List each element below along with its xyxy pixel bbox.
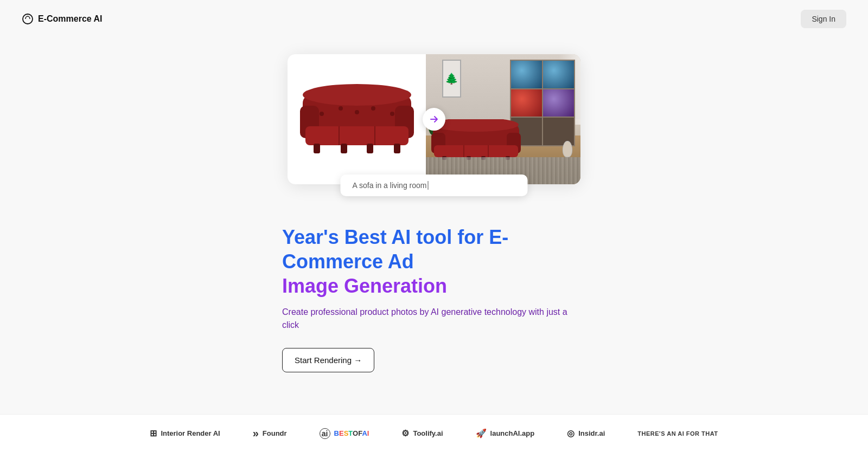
svg-rect-5 (305, 126, 409, 145)
hero-text-block: Year's Best AI tool for E-Commerce Ad Im… (282, 225, 586, 372)
page-wrapper: E-Commerce AI Sign In (0, 0, 868, 452)
launchai-label: launchAI.app (490, 429, 535, 437)
svg-point-8 (320, 112, 324, 116)
svg-rect-13 (314, 144, 320, 153)
sofa-plain-svg (292, 79, 422, 160)
svg-rect-14 (341, 144, 347, 153)
launchai-icon: 🚀 (476, 428, 487, 438)
cta-button[interactable]: Start Rendering → (282, 348, 374, 372)
svg-point-10 (355, 110, 359, 114)
svg-point-0 (23, 14, 33, 24)
logo-icon (22, 13, 34, 25)
svg-rect-21 (434, 145, 518, 157)
interior-render-ai-label: Interior Render AI (161, 429, 220, 437)
compare-arrow-button[interactable] (423, 108, 445, 131)
room-background: 🌲 (426, 54, 580, 184)
svg-point-9 (339, 106, 343, 111)
sign-in-button[interactable]: Sign In (801, 10, 846, 28)
hero-title: Year's Best AI tool for E-Commerce Ad Im… (282, 225, 586, 298)
insidr-label: Insidr.ai (578, 429, 605, 437)
logos-strip: ⊞ Interior Render AI » Foundr ai BESTOFA… (0, 414, 868, 452)
logo-interior-render-ai: ⊞ Interior Render AI (150, 428, 220, 438)
foundr-label: Foundr (263, 429, 287, 437)
prompt-bar: A sofa in a living room (341, 175, 528, 196)
theresanai-label: THERE'S AN AI FOR THAT (637, 430, 718, 437)
logo-theresanai: THERE'S AN AI FOR THAT (637, 430, 718, 437)
image-before (288, 54, 426, 184)
compare-card: 🌲 (288, 54, 580, 184)
hero-subtitle: Create professional product photos by AI… (282, 306, 586, 332)
interior-render-ai-icon: ⊞ (150, 428, 157, 438)
shelf-decor-3 (511, 89, 542, 117)
svg-rect-16 (394, 144, 400, 153)
title-line-1: Year's Best AI tool for E-Commerce Ad (282, 226, 508, 273)
svg-point-11 (371, 106, 375, 111)
logo-text: E-Commerce AI (38, 14, 103, 24)
logo-launchai: 🚀 launchAI.app (476, 428, 535, 438)
svg-point-12 (390, 112, 394, 116)
shelf-decor-4 (543, 89, 574, 117)
title-line-2: Image Generation (282, 275, 447, 297)
navbar: E-Commerce AI Sign In (0, 0, 868, 38)
foundr-icon: » (253, 427, 259, 440)
toolifyai-label: Toolify.ai (413, 429, 443, 437)
bestofai-label: BESTOFAI (334, 429, 369, 437)
shelf-decor-1 (511, 61, 542, 88)
prompt-text: A sofa in a living room (353, 181, 427, 190)
logo: E-Commerce AI (22, 13, 103, 25)
vase (563, 141, 572, 157)
bestofai-icon: ai (320, 428, 330, 439)
toolifyai-icon: ⚙ (401, 428, 409, 438)
arrow-right-icon (429, 114, 439, 125)
svg-rect-15 (367, 144, 373, 153)
wall-art: 🌲 (442, 60, 461, 98)
logo-insidr: ◎ Insidr.ai (567, 428, 605, 438)
shelf-decor-2 (543, 61, 574, 88)
logo-foundr: » Foundr (253, 427, 287, 440)
insidr-icon: ◎ (567, 428, 575, 438)
logo-toolifyai: ⚙ Toolify.ai (401, 428, 443, 438)
image-after: 🌲 (426, 54, 580, 184)
logo-bestofai: ai BESTOFAI (320, 428, 369, 439)
svg-point-2 (303, 84, 411, 106)
hero-section: 🌲 (0, 38, 868, 394)
prompt-cursor (427, 181, 428, 190)
